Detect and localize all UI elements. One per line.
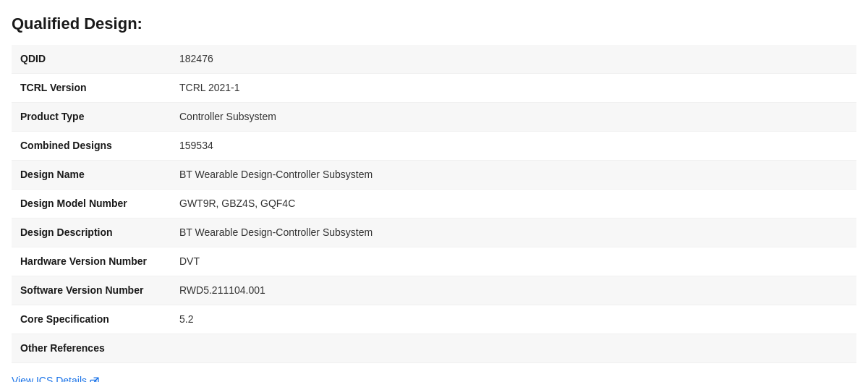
view-ics-link[interactable]: View ICS Details xyxy=(12,375,99,382)
table-cell-label: Other References xyxy=(12,334,171,363)
view-ics-label: View ICS Details xyxy=(12,375,87,382)
table-row: Hardware Version NumberDVT xyxy=(12,247,856,276)
page-title: Qualified Design: xyxy=(12,14,856,33)
table-cell-label: Combined Designs xyxy=(12,132,171,161)
table-cell-value: Controller Subsystem xyxy=(171,103,856,132)
table-cell-value: 182476 xyxy=(171,45,856,74)
table-cell-value: RWD5.211104.001 xyxy=(171,276,856,305)
table-row: Product TypeController Subsystem xyxy=(12,103,856,132)
table-row: Design DescriptionBT Wearable Design-Con… xyxy=(12,218,856,247)
table-cell-value: DVT xyxy=(171,247,856,276)
table-row: Design Model NumberGWT9R, GBZ4S, GQF4C xyxy=(12,190,856,218)
table-cell-label: Design Model Number xyxy=(12,190,171,218)
qualified-design-table: QDID182476TCRL VersionTCRL 2021-1Product… xyxy=(12,45,856,363)
external-link-icon xyxy=(90,377,99,383)
table-cell-value: 5.2 xyxy=(171,305,856,334)
table-row: Combined Designs159534 xyxy=(12,132,856,161)
table-cell-label: Product Type xyxy=(12,103,171,132)
table-cell-value: TCRL 2021-1 xyxy=(171,74,856,103)
table-cell-value: 159534 xyxy=(171,132,856,161)
table-row: Software Version NumberRWD5.211104.001 xyxy=(12,276,856,305)
table-cell-label: QDID xyxy=(12,45,171,74)
table-cell-label: TCRL Version xyxy=(12,74,171,103)
table-cell-label: Design Name xyxy=(12,161,171,190)
table-cell-value: BT Wearable Design-Controller Subsystem xyxy=(171,161,856,190)
table-cell-value: GWT9R, GBZ4S, GQF4C xyxy=(171,190,856,218)
table-cell-label: Core Specification xyxy=(12,305,171,334)
table-row: TCRL VersionTCRL 2021-1 xyxy=(12,74,856,103)
table-row: Core Specification5.2 xyxy=(12,305,856,334)
table-row: Design NameBT Wearable Design-Controller… xyxy=(12,161,856,190)
table-cell-label: Software Version Number xyxy=(12,276,171,305)
table-cell-value: BT Wearable Design-Controller Subsystem xyxy=(171,218,856,247)
table-row: Other References xyxy=(12,334,856,363)
table-cell-label: Hardware Version Number xyxy=(12,247,171,276)
table-row: QDID182476 xyxy=(12,45,856,74)
table-cell-value xyxy=(171,334,856,363)
table-cell-label: Design Description xyxy=(12,218,171,247)
